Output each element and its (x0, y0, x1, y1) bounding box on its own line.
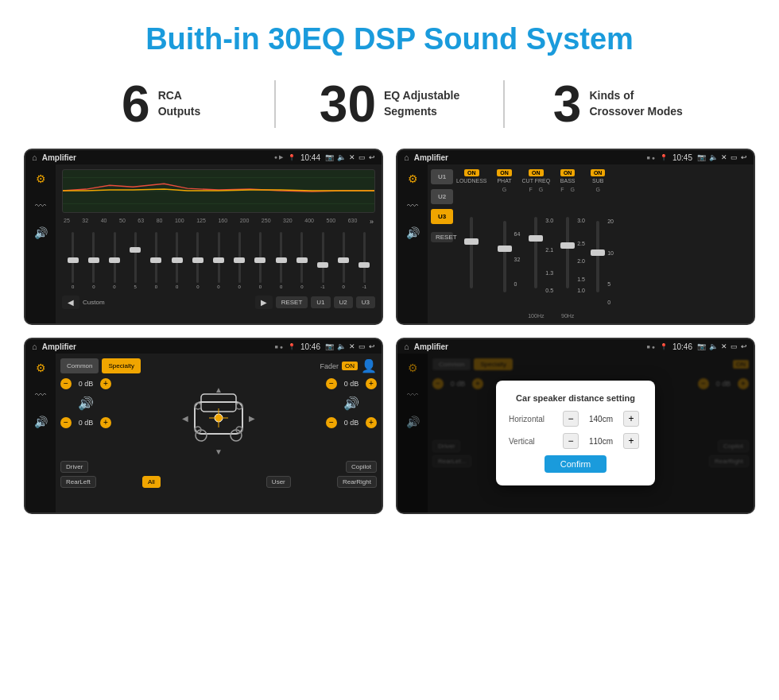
fader-tabs: Common Specialty Fader ON 👤 (60, 358, 377, 373)
sub-g-label: G (595, 187, 599, 192)
fader-sidebar-wave[interactable]: 〰 (35, 389, 46, 401)
slider-7[interactable]: 0 (188, 232, 207, 289)
loudness-slider[interactable] (470, 187, 473, 319)
crossover-sidebar-wave[interactable]: 〰 (407, 199, 418, 212)
slider-5[interactable]: 0 (147, 232, 165, 289)
preset-u1-btn[interactable]: U1 (431, 169, 453, 184)
rear-left-btn[interactable]: RearLeft (60, 476, 96, 488)
fader-top-right-minus[interactable]: − (326, 378, 337, 389)
horizontal-minus-btn[interactable]: − (563, 411, 579, 427)
sub-slider[interactable]: 20 10 5 0 (596, 194, 599, 319)
distance-back-icon[interactable]: ↩ (741, 342, 747, 350)
slider-12[interactable]: 0 (293, 232, 311, 289)
slider-3[interactable]: 0 (105, 232, 123, 289)
eq-freq-labels: 2532405063 80100125160200 25032040050063… (62, 218, 375, 226)
phat-slider[interactable]: 64 32 0 (503, 194, 506, 319)
all-btn[interactable]: All (142, 476, 161, 488)
bass-label: BASS (560, 178, 576, 184)
crossover-reset-btn[interactable]: RESET (431, 232, 453, 242)
fader-main-content: Common Specialty Fader ON 👤 − 0 dB + (56, 354, 382, 512)
slider-10[interactable]: 0 (251, 232, 269, 289)
fader-top-right-plus[interactable]: + (366, 378, 377, 389)
slider-6[interactable]: 0 (168, 232, 186, 289)
fader-top-left-minus[interactable]: − (60, 378, 72, 389)
horizontal-value: 140cm (585, 415, 617, 423)
fader-person-icon[interactable]: 👤 (361, 358, 377, 373)
slider-11[interactable]: 0 (272, 232, 290, 289)
fader-rear-labels: RearLeft All - User RearRight (60, 476, 377, 488)
bass-on-badge: ON (560, 169, 576, 176)
camera-icon: 📷 (325, 153, 334, 161)
fader-bottom-left-plus[interactable]: + (100, 417, 111, 428)
fader-top-left-plus[interactable]: + (100, 378, 111, 389)
user-btn[interactable]: User (266, 476, 291, 488)
fader-bottom-right-plus[interactable]: + (366, 417, 377, 428)
distance-screen: ⌂ Amplifier ■ ● 📍 10:46 📷 🔈 ✕ ▭ ↩ ⚙ 〰 🔊 (396, 338, 755, 514)
fader-common-tab[interactable]: Common (60, 358, 99, 373)
eq-reset-btn[interactable]: RESET (276, 296, 308, 308)
driver-btn[interactable]: Driver (60, 461, 88, 473)
fader-sidebar-tune[interactable]: ⚙ (36, 362, 46, 374)
distance-screen-title: Amplifier (414, 342, 448, 351)
crossover-screen-body: ⚙ 〰 🔊 U1 U2 U3 RESET ON LOUDNESS (397, 164, 754, 323)
eq-next-btn[interactable]: ▶ (255, 296, 273, 309)
fader-home-icon[interactable]: ⌂ (32, 342, 37, 351)
distance-close-icon[interactable]: ✕ (721, 342, 727, 350)
eq-sidebar-speaker[interactable]: 🔊 (34, 226, 48, 239)
copilot-btn[interactable]: Copilot (346, 461, 377, 473)
slider-14[interactable]: 0 (335, 232, 353, 289)
slider-15[interactable]: -1 (355, 232, 374, 289)
eq-bottom-bar: ◀ Custom ▶ RESET U1 U2 U3 (62, 292, 375, 312)
crossover-close-icon[interactable]: ✕ (721, 153, 727, 161)
eq-u2-btn[interactable]: U2 (334, 296, 353, 308)
crossover-home-icon[interactable]: ⌂ (404, 153, 409, 162)
fader-specialty-tab[interactable]: Specialty (102, 358, 140, 373)
slider-8[interactable]: 0 (209, 232, 227, 289)
vertical-minus-btn[interactable]: − (563, 433, 579, 449)
home-icon[interactable]: ⌂ (32, 153, 37, 162)
modal-title: Car speaker distance setting (509, 393, 642, 403)
stat-eq: 30 EQ AdjustableSegments (276, 79, 502, 130)
eq-u1-btn[interactable]: U1 (311, 296, 330, 308)
slider-13[interactable]: -1 (313, 232, 331, 289)
fader-screen-title: Amplifier (42, 342, 76, 351)
eq-sidebar-wave[interactable]: 〰 (35, 199, 46, 212)
slider-1[interactable]: 0 (64, 232, 82, 289)
crossover-sidebar-tune[interactable]: ⚙ (408, 172, 418, 185)
crossover-sidebar-speaker[interactable]: 🔊 (406, 226, 420, 239)
fader-sidebar-speaker[interactable]: 🔊 (34, 416, 48, 428)
preset-u2-btn[interactable]: U2 (431, 189, 453, 204)
car-diagram: ▲ ▼ ◀ ▶ (116, 378, 321, 458)
distance-home-icon[interactable]: ⌂ (404, 342, 409, 351)
preset-buttons: U1 U2 U3 RESET (431, 169, 453, 319)
fader-close-icon[interactable]: ✕ (349, 342, 355, 350)
fader-on-indicator: Fader ON (320, 358, 358, 373)
fader-back-icon[interactable]: ↩ (369, 342, 375, 350)
close-icon[interactable]: ✕ (349, 153, 355, 161)
eq-u3-btn[interactable]: U3 (356, 296, 375, 308)
svg-text:▶: ▶ (249, 414, 255, 423)
back-icon[interactable]: ↩ (369, 153, 375, 161)
sub-label: SUB (592, 178, 603, 184)
horizontal-row: Horizontal − 140cm + (509, 411, 642, 427)
eq-sidebar-tune[interactable]: ⚙ (36, 172, 46, 185)
confirm-btn[interactable]: Confirm (545, 455, 607, 473)
cutfreq-slider[interactable]: 3.0 2.1 1.3 0.5 (534, 194, 537, 311)
slider-9[interactable]: 0 (231, 232, 249, 289)
slider-4[interactable]: 5 (126, 232, 145, 289)
rear-right-btn[interactable]: RearRight (337, 476, 377, 488)
horizontal-plus-btn[interactable]: + (623, 411, 639, 427)
vertical-plus-btn[interactable]: + (623, 433, 639, 449)
preset-u3-btn[interactable]: U3 (431, 209, 453, 224)
eq-screen-body: ⚙ 〰 🔊 (25, 164, 382, 323)
eq-prev-btn[interactable]: ◀ (62, 296, 79, 309)
slider-2[interactable]: 0 (84, 232, 103, 289)
bass-slider[interactable]: 3.0 2.5 2.0 1.5 1.0 (566, 194, 569, 311)
fader-bottom-right-minus[interactable]: − (326, 417, 337, 428)
fader-bottom-left-minus[interactable]: − (60, 417, 72, 428)
phat-label: PHAT (497, 178, 511, 184)
cutfreq-channel: ON CUT FREQ FG 3.0 2.1 1.3 0.5 (522, 169, 551, 319)
crossover-screen-title: Amplifier (414, 153, 448, 162)
eq-preset-label: Custom (83, 299, 105, 306)
crossover-back-icon[interactable]: ↩ (741, 153, 747, 161)
